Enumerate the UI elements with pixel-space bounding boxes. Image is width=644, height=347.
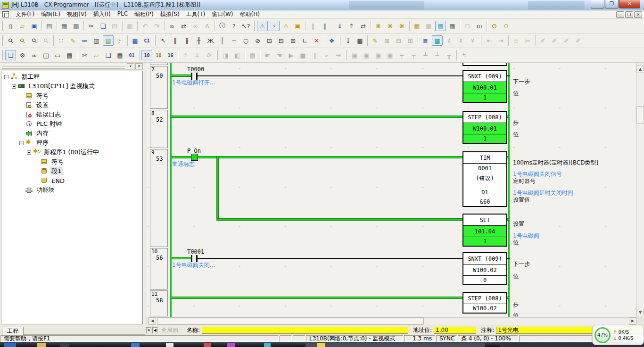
taskbar-item[interactable] [264, 343, 271, 347]
menu-编辑E[interactable]: 编辑(E) [38, 10, 64, 19]
tree-item-label[interactable]: 新工程 [20, 73, 41, 81]
time-chart-icon[interactable]: ш [474, 21, 485, 31]
taskbar-item[interactable] [131, 343, 140, 347]
transfer-warning-icon[interactable]: ▣ [292, 21, 303, 31]
delete-tool-icon[interactable]: ✕ [311, 35, 322, 46]
taskbar-item[interactable] [204, 343, 211, 347]
tree-item-内存[interactable]: 内存 [1, 129, 142, 138]
tree-item-符号[interactable]: 符号 [1, 157, 142, 166]
ci-view-icon[interactable]: CI [141, 35, 152, 46]
tree-item-label[interactable]: 程序 [35, 139, 50, 147]
scroll-left-button[interactable]: ◀ [149, 317, 156, 325]
tree-expander-icon[interactable] [12, 84, 16, 89]
instruction-detail-icon[interactable]: ⊟ [276, 35, 287, 46]
rung-margin-11[interactable]: 1158 [150, 290, 168, 316]
instruction-block-SNXT009[interactable]: SNXT (009)W100.011 [462, 70, 507, 103]
find-retrieve-icon[interactable]: ⇄ [178, 21, 189, 31]
toolbar-grip[interactable] [216, 50, 218, 60]
tab-project[interactable]: 工程 [2, 327, 24, 335]
radix-decimal-icon[interactable]: 10 [141, 50, 152, 60]
memory-view-icon[interactable]: ▤ [115, 50, 125, 60]
menu-窗口W[interactable]: 窗口(W) [208, 10, 236, 19]
rung-margin-9[interactable]: 953 [150, 149, 168, 247]
rung-annotation-icon[interactable]: ≔ [79, 35, 90, 46]
coil-icon[interactable]: ○ [240, 35, 251, 46]
verify-find-icon[interactable]: ❋ [396, 21, 407, 31]
tree-item-新工程[interactable]: 新工程 [1, 72, 142, 82]
toolbar-grip[interactable] [339, 35, 340, 46]
mdi-minimize-button[interactable]: — [616, 11, 624, 18]
taskbar-item[interactable] [4, 343, 16, 347]
mdi-close-button[interactable]: ✕ [634, 11, 642, 18]
toolbar-grip[interactable] [154, 35, 156, 46]
tree-item-label[interactable]: 内存 [35, 129, 50, 138]
workspace-menu-button[interactable]: ▾ [127, 63, 134, 69]
minimize-button[interactable]: — [591, 0, 604, 8]
tree-item-label[interactable]: 功能块 [35, 186, 56, 194]
verify-section-icon[interactable]: ❋ [385, 21, 396, 31]
taskbar-item[interactable] [166, 343, 173, 347]
compile-symbol-check-icon[interactable]: ▤ [44, 21, 55, 31]
line-connect-icon[interactable]: ∟ [299, 35, 310, 46]
instruction-box-icon[interactable]: ⊡ [264, 35, 275, 46]
window-explorer-icon[interactable]: ❏ [5, 50, 16, 60]
toolbar-grip[interactable] [1, 50, 3, 60]
tree-item-label[interactable]: PLC 时钟 [35, 120, 63, 128]
output-tree-icon[interactable]: ⊦ [115, 35, 125, 46]
taskbar-item[interactable] [317, 343, 325, 347]
or-nc-contact-icon[interactable]: Ж [205, 35, 216, 46]
tree-item-符号[interactable]: 符号 [1, 91, 142, 100]
toolbar-grip[interactable] [253, 21, 255, 31]
scroll-up-button[interactable]: ▲ [636, 66, 644, 73]
grid-toggle-icon[interactable]: ∷ [56, 35, 66, 46]
instruction-block-STEP008[interactable]: STEP (008)W100.02 [462, 292, 507, 314]
tree-expander-icon[interactable] [4, 75, 8, 79]
instruction-block-SNXT009[interactable]: SNXT (009)W100.020 [462, 252, 507, 285]
window-transfer-icon[interactable]: ◫ [41, 50, 51, 60]
online-work-icon[interactable]: ⚡ [269, 21, 280, 31]
pause-icon[interactable]: ∥ [319, 21, 330, 31]
address-value-field[interactable]: 1.00 [434, 327, 476, 334]
vertical-scroll-thumb[interactable] [636, 106, 644, 124]
tree-item-新程序1 (00)运行中[interactable]: ✱↻新程序1 (00)运行中 [1, 148, 142, 157]
window-watch-icon[interactable]: ▦ [447, 21, 458, 31]
options-icon[interactable]: ⚙ [17, 50, 28, 60]
or-no-contact-icon[interactable]: ╫ [193, 35, 204, 46]
download-to-plc-icon[interactable]: ⇓ [334, 21, 345, 31]
save-file-icon[interactable]: ▣ [29, 21, 40, 31]
menu-文件F[interactable]: 文件(F) [12, 10, 38, 19]
zoom-icon[interactable]: ⚲ [5, 35, 16, 46]
help-icon[interactable]: ? [229, 21, 239, 31]
restore-button[interactable]: ❐ [605, 0, 619, 8]
scroll-down-button[interactable]: ▼ [636, 309, 644, 316]
menu-模拟S[interactable]: 模拟(S) [157, 10, 183, 19]
instruction-add-icon[interactable]: ⊞ [288, 35, 298, 46]
select-tool-icon[interactable]: ↖ [158, 35, 169, 46]
vertical-scrollbar[interactable] [636, 63, 644, 317]
new-file-icon[interactable]: ▯ [5, 21, 16, 31]
vertical-line-icon[interactable]: │ [217, 35, 228, 46]
print-preview-icon[interactable]: ▥ [71, 21, 82, 31]
radix-signed-decimal-icon[interactable]: 10 [153, 50, 164, 60]
windows-taskbar[interactable] [0, 342, 644, 347]
tree-item-L310B[CP1L] 监视模式[interactable]: L310B[CP1L] 监视模式 [1, 82, 142, 91]
cut-icon[interactable]: ✂ [86, 21, 97, 31]
context-help-icon[interactable]: ↖? [240, 21, 251, 31]
no-contact-icon[interactable]: ∥ [170, 35, 181, 46]
menu-编程P[interactable]: 编程(P) [131, 10, 157, 19]
workspace-close-button[interactable]: ✕ [135, 63, 143, 69]
tree-item-错误日志[interactable]: ×错误日志 [1, 110, 142, 119]
open-file-icon[interactable]: ▱ [17, 21, 28, 31]
menu-工具T[interactable]: 工具(T) [183, 10, 209, 19]
tree-item-label[interactable]: 新程序1 (00)运行中 [42, 148, 100, 157]
tree-item-label[interactable]: L310B[CP1L] 监视模式 [27, 82, 96, 91]
mdi-document-icon[interactable] [2, 11, 9, 17]
info-icon[interactable]: ⓘ [217, 21, 228, 31]
tree-expander-icon[interactable] [19, 141, 24, 145]
reverse-monitor-icon[interactable]: ❖ [326, 35, 337, 46]
addr-bar-prev-icon[interactable]: ◀ [152, 327, 157, 333]
tree-item-PLC 时钟[interactable]: PLC 时钟 [1, 119, 142, 129]
edit-key-icon[interactable]: ✎ [370, 35, 380, 46]
menu-插入I[interactable]: 插入(I) [90, 10, 114, 19]
address-tree-icon[interactable]: ≣ [420, 35, 431, 46]
